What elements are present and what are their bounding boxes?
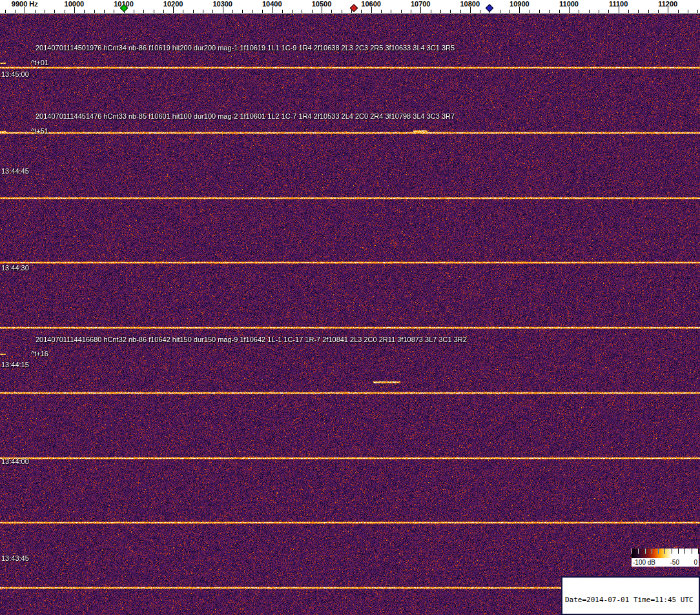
freq-minor-tick bbox=[608, 10, 609, 13]
freq-minor-tick bbox=[232, 10, 233, 13]
freq-tick-label: 10300 bbox=[212, 0, 232, 8]
freq-minor-tick bbox=[361, 10, 362, 13]
freq-minor-tick bbox=[480, 10, 480, 13]
freq-minor-tick bbox=[500, 10, 500, 13]
db-scale-labels: -100 dB -50 0 bbox=[632, 558, 699, 567]
db-mid-label: -50 bbox=[670, 559, 679, 566]
freq-minor-tick bbox=[628, 10, 629, 13]
freq-major-tick bbox=[619, 7, 619, 13]
time-axis-label: 13:44:00 bbox=[1, 458, 29, 465]
freq-minor-tick bbox=[163, 10, 164, 13]
freq-minor-tick bbox=[510, 10, 510, 13]
freq-major-tick bbox=[272, 7, 273, 13]
freq-minor-tick bbox=[15, 10, 15, 13]
freq-minor-tick bbox=[539, 10, 540, 13]
freq-tick-label: 10900 bbox=[510, 0, 530, 8]
freq-minor-tick bbox=[391, 10, 391, 13]
freq-tick-label: 10800 bbox=[460, 0, 480, 8]
freq-major-tick bbox=[25, 7, 25, 13]
freq-minor-tick bbox=[658, 10, 659, 13]
freq-minor-tick bbox=[193, 10, 194, 13]
freq-minor-tick bbox=[292, 10, 293, 13]
freq-major-tick bbox=[519, 7, 520, 13]
freq-minor-tick bbox=[54, 10, 55, 13]
freq-minor-tick bbox=[342, 10, 342, 13]
freq-minor-tick bbox=[401, 10, 402, 13]
time-axis-label: 13:45:00 bbox=[1, 70, 29, 78]
db-min-label: -100 dB bbox=[633, 559, 655, 566]
freq-tick-label: 10700 bbox=[411, 0, 431, 8]
freq-minor-tick bbox=[84, 10, 85, 13]
freq-minor-tick bbox=[648, 10, 649, 13]
freq-minor-tick bbox=[282, 10, 283, 13]
time-axis-label: 13:43:45 bbox=[1, 554, 29, 562]
freq-minor-tick bbox=[212, 10, 213, 13]
freq-tick-label: 10500 bbox=[312, 0, 332, 8]
freq-tick-label: 10200 bbox=[163, 0, 183, 8]
freq-minor-tick bbox=[242, 10, 243, 13]
time-axis-label: 13:44:15 bbox=[1, 361, 29, 368]
freq-minor-tick bbox=[638, 10, 639, 13]
freq-tick-label: 9900 Hz bbox=[12, 0, 38, 8]
freq-minor-tick bbox=[302, 10, 302, 13]
spectrogram-canvas[interactable] bbox=[0, 14, 700, 615]
freq-major-tick bbox=[420, 7, 421, 13]
time-axis-label: 13:44:30 bbox=[1, 264, 29, 272]
freq-minor-tick bbox=[65, 10, 65, 13]
db-gradient-bar bbox=[632, 549, 699, 558]
freq-minor-tick bbox=[440, 10, 441, 13]
db-scale-ticks bbox=[632, 549, 699, 554]
spectrogram-area: 13:45:0013:44:4513:44:3013:44:1513:44:00… bbox=[0, 14, 700, 615]
freq-minor-tick bbox=[183, 10, 183, 13]
freq-major-tick bbox=[322, 7, 322, 13]
freq-minor-tick bbox=[154, 10, 154, 13]
freq-tick-label: 11200 bbox=[658, 0, 677, 8]
freq-major-tick bbox=[569, 7, 570, 13]
freq-minor-tick bbox=[331, 10, 332, 13]
freq-minor-tick bbox=[381, 10, 382, 13]
blue-diamond-marker[interactable] bbox=[486, 4, 494, 12]
freq-minor-tick bbox=[549, 10, 550, 13]
freq-minor-tick bbox=[450, 10, 451, 13]
detection-annotation: 20140701114416680 hCnt32 nb-86 f10642 hi… bbox=[36, 336, 467, 343]
freq-tick-label: 10600 bbox=[361, 0, 381, 8]
freq-minor-tick bbox=[94, 10, 95, 13]
freq-minor-tick bbox=[431, 10, 431, 13]
freq-tick-label: 11100 bbox=[609, 0, 628, 8]
freq-major-tick bbox=[371, 7, 372, 13]
freq-minor-tick bbox=[688, 10, 688, 13]
freq-minor-tick bbox=[460, 10, 461, 13]
info-line-datetime: Date=2014-07-01 Time=11:45 UTC bbox=[565, 596, 696, 604]
db-max-label: 0 bbox=[694, 559, 697, 566]
detection-annotation: 20140701114501976 hCnt34 nb-86 f10619 hi… bbox=[36, 44, 455, 52]
db-scale-legend: -100 dB -50 0 bbox=[632, 549, 699, 567]
freq-minor-tick bbox=[143, 10, 144, 13]
freq-tick-label: 10000 bbox=[65, 0, 85, 8]
freq-tick-label: 10400 bbox=[262, 0, 282, 8]
detection-time-marker: ^t+51 bbox=[31, 127, 48, 135]
frequency-ruler[interactable]: 9900 Hz100001010010200103001040010500106… bbox=[0, 0, 700, 14]
freq-minor-tick bbox=[45, 10, 45, 13]
freq-minor-tick bbox=[530, 10, 530, 13]
freq-minor-tick bbox=[599, 10, 599, 13]
time-axis-label: 13:44:45 bbox=[1, 167, 29, 175]
freq-minor-tick bbox=[5, 10, 6, 13]
freq-minor-tick bbox=[114, 10, 114, 13]
freq-minor-tick bbox=[203, 10, 203, 13]
freq-minor-tick bbox=[134, 10, 134, 13]
freq-minor-tick bbox=[559, 10, 560, 13]
spectrogram-window: 9900 Hz100001010010200103001040010500106… bbox=[0, 0, 700, 615]
freq-minor-tick bbox=[35, 10, 36, 13]
freq-major-tick bbox=[173, 7, 174, 13]
freq-minor-tick bbox=[104, 10, 105, 13]
freq-minor-tick bbox=[312, 10, 313, 13]
freq-major-tick bbox=[470, 7, 471, 13]
freq-major-tick bbox=[223, 7, 223, 13]
freq-minor-tick bbox=[411, 10, 411, 13]
freq-minor-tick bbox=[252, 10, 253, 13]
freq-major-tick bbox=[668, 7, 668, 13]
freq-major-tick bbox=[74, 7, 75, 13]
freq-tick-label: 11000 bbox=[559, 0, 579, 8]
freq-minor-tick bbox=[579, 10, 579, 13]
freq-minor-tick bbox=[697, 10, 698, 13]
